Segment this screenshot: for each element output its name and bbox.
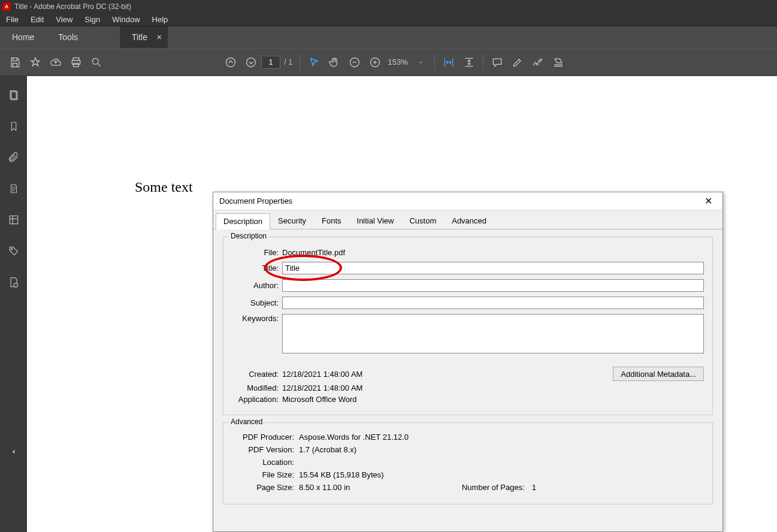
- svg-point-4: [226, 58, 235, 66]
- subject-label: Subject:: [232, 298, 282, 307]
- additional-metadata-button[interactable]: Additional Metadata...: [613, 367, 704, 381]
- menu-sign[interactable]: Sign: [78, 14, 106, 25]
- tab-home[interactable]: Home: [0, 26, 46, 48]
- thumbnails-icon[interactable]: [5, 87, 22, 104]
- stamp-icon[interactable]: [548, 52, 569, 72]
- tab-document[interactable]: Title ×: [120, 26, 168, 48]
- layers-icon[interactable]: [5, 211, 22, 228]
- selection-icon[interactable]: [304, 52, 324, 72]
- pagesize-value: 8.50 x 11.00 in: [299, 483, 350, 492]
- modified-label: Modified:: [232, 383, 282, 392]
- version-label: PDF Version:: [232, 445, 299, 454]
- keywords-label: Keywords:: [232, 314, 282, 323]
- file-value: DocumentTitle.pdf: [282, 248, 345, 257]
- zoom-value: 153%: [388, 58, 407, 66]
- dialog-body: Description File: DocumentTitle.pdf Titl…: [213, 229, 722, 519]
- comment-icon[interactable]: [487, 52, 507, 72]
- dialog-title: Document Properties: [219, 197, 700, 205]
- tab-close-icon[interactable]: ×: [157, 32, 162, 42]
- document-properties-dialog: Document Properties ✕ Description Securi…: [213, 192, 723, 532]
- menu-view[interactable]: View: [50, 14, 78, 25]
- svg-rect-0: [73, 58, 79, 60]
- producer-value: Aspose.Words for .NET 21.12.0: [299, 433, 409, 442]
- menu-file[interactable]: File: [0, 14, 25, 25]
- author-input[interactable]: [282, 279, 704, 292]
- tag-icon[interactable]: [5, 243, 22, 259]
- page-total-label: / 1: [284, 58, 292, 66]
- page-icon[interactable]: [5, 180, 22, 197]
- numpages-value: 1: [532, 483, 536, 492]
- zoom-out-icon[interactable]: [344, 52, 365, 72]
- svg-text:i: i: [15, 284, 16, 288]
- tab-custom[interactable]: Custom: [401, 213, 444, 229]
- zoom-dropdown-icon[interactable]: [410, 52, 431, 72]
- keywords-input[interactable]: [282, 314, 704, 353]
- application-value: Microsoft Office Word: [282, 395, 357, 404]
- advanced-legend: Advanced: [228, 418, 265, 426]
- highlight-icon[interactable]: [507, 52, 528, 72]
- producer-label: PDF Producer:: [232, 433, 299, 442]
- modified-value: 12/18/2021 1:48:00 AM: [282, 383, 362, 392]
- svg-rect-10: [10, 216, 17, 223]
- tab-fonts[interactable]: Fonts: [314, 213, 349, 229]
- close-icon[interactable]: ✕: [700, 195, 716, 208]
- zoom-in-icon[interactable]: [365, 52, 385, 72]
- tab-tools[interactable]: Tools: [46, 26, 90, 48]
- page-down-icon[interactable]: [241, 52, 261, 72]
- file-label: File:: [232, 248, 282, 257]
- menu-bar: File Edit View Sign Window Help: [0, 13, 777, 26]
- hand-icon[interactable]: [324, 52, 344, 72]
- title-label: Title:: [232, 264, 282, 273]
- title-input[interactable]: [282, 262, 704, 274]
- document-body-text: Some text: [135, 179, 193, 195]
- tab-security[interactable]: Security: [270, 213, 314, 229]
- filesize-label: File Size:: [232, 470, 299, 479]
- description-legend: Description: [228, 232, 269, 240]
- star-icon[interactable]: [25, 52, 46, 72]
- numpages-label: Number of Pages:: [462, 483, 532, 492]
- menu-help[interactable]: Help: [146, 14, 174, 25]
- info-icon[interactable]: i: [5, 274, 22, 291]
- created-label: Created:: [232, 370, 282, 379]
- page-number-input[interactable]: [261, 56, 280, 69]
- advanced-fieldset: Advanced PDF Producer: Aspose.Words for …: [223, 422, 713, 504]
- menu-edit[interactable]: Edit: [25, 14, 50, 25]
- fit-width-icon[interactable]: [439, 52, 459, 72]
- print-icon[interactable]: [66, 52, 86, 72]
- tab-document-label: Title: [132, 32, 147, 42]
- dialog-header: Document Properties ✕: [213, 192, 722, 210]
- created-value: 12/18/2021 1:48:00 AM: [282, 370, 362, 379]
- description-fieldset: Description File: DocumentTitle.pdf Titl…: [223, 237, 713, 415]
- window-title: Title - Adobe Acrobat Pro DC (32-bit): [14, 2, 131, 11]
- page-up-icon[interactable]: [220, 52, 241, 72]
- subject-input[interactable]: [282, 297, 704, 309]
- application-label: Application:: [232, 395, 282, 404]
- menu-window[interactable]: Window: [106, 14, 146, 25]
- filesize-value: 15.54 KB (15,918 Bytes): [299, 470, 384, 479]
- tab-description[interactable]: Description: [216, 213, 270, 229]
- search-icon[interactable]: [86, 52, 107, 72]
- toolbar: / 1 153%: [0, 48, 777, 76]
- svg-rect-2: [74, 63, 78, 66]
- save-icon[interactable]: [5, 52, 25, 72]
- svg-point-5: [247, 58, 256, 66]
- location-label: Location:: [232, 458, 299, 467]
- bookmarks-icon[interactable]: [5, 118, 22, 135]
- version-value: 1.7 (Acrobat 8.x): [299, 445, 356, 454]
- tab-bar: Home Tools Title ×: [0, 26, 777, 48]
- app-icon: A: [2, 2, 11, 11]
- tab-initial-view[interactable]: Initial View: [349, 213, 402, 229]
- tab-advanced[interactable]: Advanced: [444, 213, 494, 229]
- dialog-tabs: Description Security Fonts Initial View …: [213, 210, 722, 229]
- attachments-icon[interactable]: [5, 149, 22, 166]
- left-rail: i: [0, 76, 27, 532]
- author-label: Author:: [232, 281, 282, 290]
- collapse-rail-icon[interactable]: [5, 443, 22, 460]
- sign-icon[interactable]: [528, 52, 548, 72]
- pagesize-label: Page Size:: [232, 483, 299, 492]
- svg-point-11: [11, 248, 13, 250]
- title-bar: A Title - Adobe Acrobat Pro DC (32-bit): [0, 0, 777, 13]
- fit-page-icon[interactable]: [459, 52, 479, 72]
- cloud-upload-icon[interactable]: [46, 52, 66, 72]
- svg-point-3: [92, 58, 98, 64]
